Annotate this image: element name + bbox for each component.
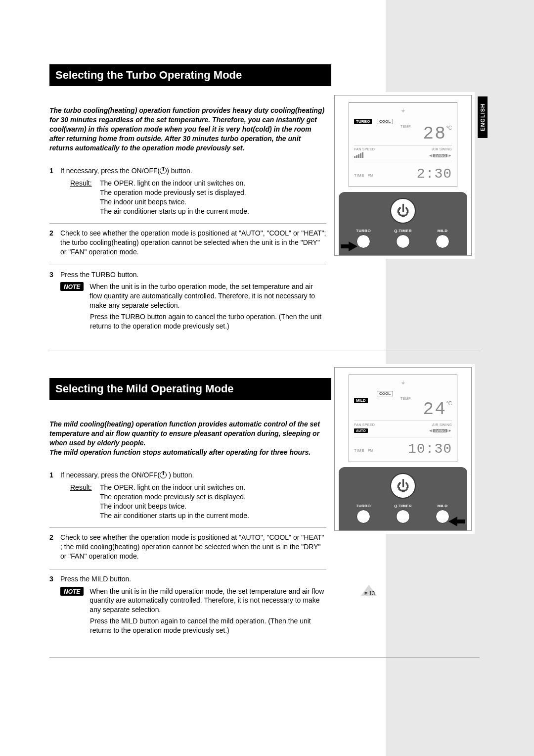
qtimer-button[interactable]: [396, 235, 410, 248]
step-number: 3: [49, 574, 60, 635]
swing-indicator: ◄SWING►: [428, 153, 452, 158]
step-number: 2: [49, 229, 60, 260]
step-after-note: Press the MILD button again to cancel th…: [90, 616, 326, 635]
result-label: Result:: [70, 483, 100, 520]
time-label: TIME: [354, 448, 364, 453]
mode-badge: TURBO: [354, 119, 372, 124]
air-swing-label: AIR SWING: [432, 423, 452, 426]
cool-badge: COOL: [377, 391, 393, 396]
air-swing-label: AIR SWING: [432, 147, 452, 151]
power-icon: [160, 472, 167, 478]
result-label: Result:: [70, 179, 100, 216]
button-label: TURBO: [349, 229, 378, 233]
arrow-indicator-icon: [446, 517, 465, 526]
time-value: 10:30: [408, 441, 452, 457]
step-item: 2 Check to see whether the operation mod…: [49, 527, 326, 569]
remote-diagram-mild: ⏚ MILD COOL TEMP. 24°C FAN SPEED AIR SWI…: [331, 364, 475, 534]
note-badge: NOTE: [60, 282, 84, 291]
button-label: MILD: [428, 504, 457, 508]
section-heading: Selecting the Turbo Operating Mode: [49, 64, 331, 86]
time-ampm: PM: [368, 174, 373, 177]
auto-badge: AUTO: [354, 428, 368, 433]
step-text: If necessary, press the ON/OFF( ) button…: [60, 471, 326, 480]
swing-indicator: ◄SWING►: [428, 428, 452, 433]
step-number: 1: [49, 471, 60, 522]
result-text: The OPER. light on the indoor unit switc…: [100, 179, 326, 216]
temp-value: 24: [423, 401, 446, 419]
signal-icon: ⏚: [401, 379, 405, 385]
step-text: Press the TURBO button.: [60, 270, 326, 280]
step-list: 1 If necessary, press the ON/OFF() butto…: [49, 161, 326, 335]
remote-lcd: ⏚ TURBO COOL TEMP. 28°C FAN SPEED AIR SW…: [349, 102, 457, 187]
step-text: Press the MILD button.: [60, 574, 326, 584]
button-label: MILD: [428, 229, 457, 233]
temp-value: 28: [423, 125, 446, 143]
time-ampm: PM: [368, 449, 373, 452]
step-text: Check to see whether the operation mode …: [60, 229, 326, 257]
signal-icon: ⏚: [401, 107, 405, 113]
note-text: When the unit is in the mild operation m…: [89, 587, 326, 615]
button-label: TURBO: [349, 504, 378, 508]
step-item: 3 Press the MILD button. NOTE When the u…: [49, 569, 326, 640]
section-divider: [49, 350, 480, 350]
time-label: TIME: [354, 173, 364, 178]
note-badge: NOTE: [60, 587, 84, 596]
fan-speed-label: FAN SPEED: [354, 423, 375, 426]
step-after-note: Press the TURBO button again to cancel t…: [90, 312, 326, 331]
power-button[interactable]: ⏻: [390, 473, 416, 499]
mild-button[interactable]: [436, 235, 449, 248]
page-number: E-13: [364, 590, 375, 596]
power-icon: [160, 167, 167, 174]
turbo-button[interactable]: [356, 510, 370, 523]
qtimer-button[interactable]: [396, 510, 410, 523]
result-text: The OPER. light on the indoor unit switc…: [100, 483, 326, 520]
section-divider: [49, 657, 480, 658]
fan-bars-icon: [354, 153, 363, 158]
remote-diagram-turbo: ⏚ TURBO COOL TEMP. 28°C FAN SPEED AIR SW…: [331, 92, 475, 259]
note-text: When the unit is in the turbo operation …: [89, 282, 326, 310]
remote-button-panel: ⏻ TURBO Q.TIMER MILD: [339, 192, 467, 255]
temp-unit: °C: [446, 125, 452, 131]
section-intro: The turbo cooling(heating) operation fun…: [49, 106, 326, 152]
step-text: If necessary, press the ON/OFF() button.: [60, 166, 326, 176]
step-number: 2: [49, 533, 60, 564]
temp-unit: °C: [446, 401, 452, 406]
step-list: 1 If necessary, press the ON/OFF( ) butt…: [49, 466, 326, 640]
arrow-indicator-icon: [341, 241, 359, 251]
remote-button-panel: ⏻ TURBO Q.TIMER MILD: [339, 467, 467, 530]
cool-badge: COOL: [377, 119, 393, 124]
power-button[interactable]: ⏻: [390, 198, 416, 224]
button-label: Q.TIMER: [388, 504, 418, 508]
step-item: 1 If necessary, press the ON/OFF() butto…: [49, 161, 326, 223]
step-item: 1 If necessary, press the ON/OFF( ) butt…: [49, 466, 326, 527]
step-text: Check to see whether the operation mode …: [60, 533, 326, 561]
remote-lcd: ⏚ MILD COOL TEMP. 24°C FAN SPEED AIR SWI…: [349, 375, 457, 462]
step-number: 3: [49, 270, 60, 331]
step-item: 3 Press the TURBO button. NOTE When the …: [49, 265, 326, 336]
mode-badge: MILD: [354, 398, 368, 403]
fan-speed-label: FAN SPEED: [354, 147, 375, 151]
step-item: 2 Check to see whether the operation mod…: [49, 223, 326, 265]
time-value: 2:30: [417, 166, 452, 182]
button-label: Q.TIMER: [388, 229, 418, 233]
section-heading: Selecting the Mild Operating Mode: [49, 378, 331, 400]
step-number: 1: [49, 166, 60, 218]
section-intro: The mild cooling(heating) operation func…: [49, 420, 326, 457]
